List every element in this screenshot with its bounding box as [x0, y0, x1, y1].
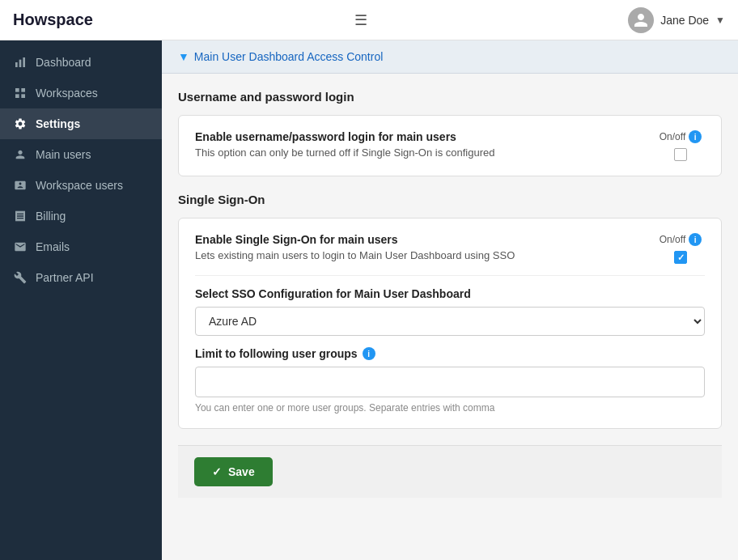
sidebar-item-workspace-users[interactable]: Workspace users: [0, 170, 162, 201]
svg-rect-6: [21, 94, 25, 98]
person-icon: [13, 147, 28, 162]
sidebar-item-dashboard[interactable]: Dashboard: [0, 47, 162, 78]
sidebar-label-partner-api: Partner API: [36, 271, 94, 284]
layout: Dashboard Workspaces Settings Main users: [0, 40, 738, 560]
sidebar-item-main-users[interactable]: Main users: [0, 139, 162, 170]
grid-icon: [13, 86, 28, 100]
svg-rect-3: [15, 88, 19, 92]
save-button[interactable]: ✓ Save: [194, 457, 273, 486]
wrench-icon: [13, 270, 28, 285]
sso-title: Single Sign-On: [178, 193, 722, 206]
sidebar-label-billing: Billing: [36, 210, 66, 223]
sidebar-label-workspace-users: Workspace users: [36, 179, 123, 192]
user-groups-hint: You can enter one or more user groups. S…: [195, 402, 705, 414]
sso-info-icon[interactable]: i: [689, 233, 702, 246]
sso-enable-checkbox[interactable]: [674, 251, 687, 264]
content-area: Username and password login Enable usern…: [162, 74, 738, 514]
username-password-info-icon[interactable]: i: [689, 130, 702, 143]
sidebar-item-partner-api[interactable]: Partner API: [0, 262, 162, 293]
user-menu[interactable]: Jane Doe ▼: [628, 7, 725, 33]
chart-icon: [13, 55, 28, 70]
user-avatar-icon: [633, 12, 649, 28]
username-password-control: On/off i: [656, 130, 705, 161]
svg-rect-1: [19, 60, 22, 67]
sso-config-group: Select SSO Configuration for Main User D…: [195, 287, 705, 336]
username-password-desc: This option can only be turned off if Si…: [195, 146, 640, 159]
svg-rect-5: [15, 94, 19, 98]
sidebar: Dashboard Workspaces Settings Main users: [0, 40, 162, 560]
username-password-card: Enable username/password login for main …: [178, 115, 722, 176]
sidebar-label-settings: Settings: [36, 117, 80, 130]
username-password-checkbox[interactable]: [674, 148, 687, 161]
hamburger-icon[interactable]: ☰: [354, 11, 367, 29]
sso-onoff-label: On/off i: [660, 233, 702, 246]
sso-config-label: Select SSO Configuration for Main User D…: [195, 287, 705, 300]
section-header-title: Main User Dashboard Access Control: [194, 50, 383, 63]
user-groups-input[interactable]: [195, 367, 705, 397]
sso-enable-row: Enable Single Sign-On for main users Let…: [195, 233, 705, 264]
sidebar-item-workspaces[interactable]: Workspaces: [0, 78, 162, 108]
sso-enable-desc: Lets existing main users to login to Mai…: [195, 249, 640, 261]
sidebar-item-settings[interactable]: Settings: [0, 108, 162, 139]
username-label: Jane Doe: [660, 14, 709, 27]
avatar: [628, 7, 654, 33]
username-password-onoff: On/off i: [660, 130, 702, 143]
sso-enable-label: Enable Single Sign-On for main users: [195, 233, 640, 246]
sidebar-item-emails[interactable]: Emails: [0, 231, 162, 262]
sidebar-label-main-users: Main users: [36, 148, 91, 161]
save-bar: ✓ Save: [178, 445, 722, 498]
sso-divider: [195, 275, 705, 276]
sso-enable-content: Enable Single Sign-On for main users Let…: [195, 233, 640, 261]
person-card-icon: [13, 178, 28, 193]
username-password-label: Enable username/password login for main …: [195, 130, 640, 143]
user-groups-info-icon[interactable]: i: [363, 347, 375, 360]
topbar: Howspace ☰ Jane Doe ▼: [0, 0, 738, 40]
username-password-title: Username and password login: [178, 90, 722, 104]
username-password-toggle-row: Enable username/password login for main …: [195, 130, 705, 161]
sso-card: Enable Single Sign-On for main users Let…: [178, 218, 722, 429]
gear-icon: [13, 117, 28, 131]
save-checkmark-icon: ✓: [212, 465, 222, 478]
svg-rect-2: [23, 57, 25, 67]
username-password-content: Enable username/password login for main …: [195, 130, 640, 159]
section-header: ▼ Main User Dashboard Access Control: [162, 40, 738, 74]
main-content: ▼ Main User Dashboard Access Control Use…: [162, 40, 738, 560]
sidebar-label-workspaces: Workspaces: [36, 87, 98, 100]
user-groups-label: Limit to following user groups i: [195, 347, 705, 360]
sso-config-select[interactable]: Azure AD Google Okta SAML: [195, 307, 705, 336]
user-groups-group: Limit to following user groups i You can…: [195, 347, 705, 414]
receipt-icon: [13, 209, 28, 223]
logo: Howspace: [13, 11, 93, 29]
sidebar-item-billing[interactable]: Billing: [0, 201, 162, 231]
sidebar-label-dashboard: Dashboard: [36, 56, 91, 69]
sso-enable-control: On/off i: [656, 233, 705, 264]
email-icon: [13, 240, 28, 254]
sidebar-label-emails: Emails: [36, 240, 70, 253]
chevron-down-icon: ▼: [178, 50, 189, 63]
user-caret-icon: ▼: [715, 15, 725, 26]
svg-rect-4: [21, 88, 25, 92]
svg-rect-0: [15, 62, 18, 67]
